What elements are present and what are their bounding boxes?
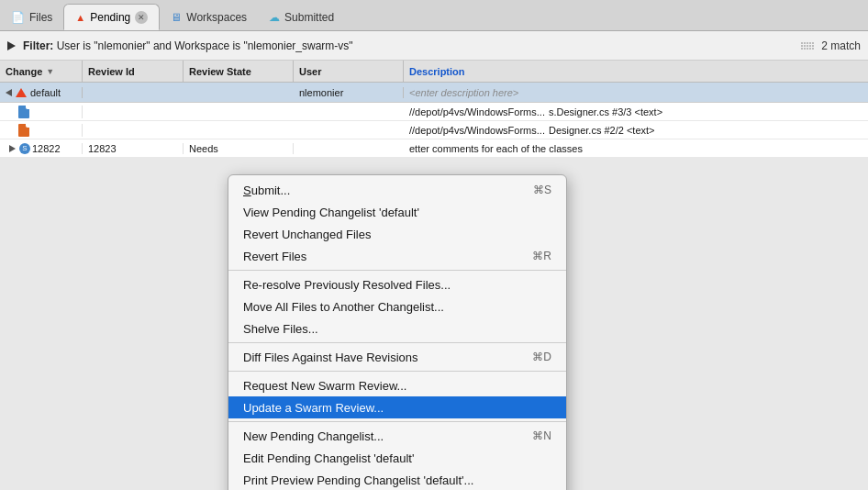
tab-pending-close[interactable]: ✕ xyxy=(135,11,148,24)
tab-workspaces-label: Workspaces xyxy=(186,11,247,24)
menu-item-re-resolve[interactable]: Re-resolve Previously Resolved Files... xyxy=(228,273,566,295)
file-row-1-path: //depot/p4vs/WindowsForms... xyxy=(409,106,545,117)
filter-toggle-button[interactable] xyxy=(7,41,16,50)
tab-pending-label: Pending xyxy=(90,11,130,24)
col-desc-label: Description xyxy=(409,66,465,77)
review-id-12823: 12823 xyxy=(88,143,117,154)
tab-submitted[interactable]: ☁ Submitted xyxy=(258,4,345,30)
menu-request-swarm-label: Request New Swarm Review... xyxy=(243,379,406,393)
submitted-icon: ☁ xyxy=(269,11,280,24)
col-header-desc[interactable]: Description xyxy=(404,61,868,82)
col-header-user[interactable]: User xyxy=(294,61,404,82)
default-label: default xyxy=(30,87,61,98)
menu-item-shelve[interactable]: Shelve Files... xyxy=(228,317,566,340)
tab-pending[interactable]: ▲ Pending ✕ xyxy=(63,4,160,30)
table-header: Change ▼ Review Id Review State User Des… xyxy=(0,61,868,83)
file-row-2-path: //depot/p4vs/WindowsForms... xyxy=(409,125,545,136)
tab-files-label: Files xyxy=(29,11,52,24)
menu-diff-label: Diff Files Against Have Revisions xyxy=(243,351,418,364)
filter-text: Filter: User is "nlemonier" and Workspac… xyxy=(23,39,794,52)
filter-query: User is "nlemonier" and Workspace is "nl… xyxy=(57,39,353,52)
menu-submit-shortcut: ⌘S xyxy=(533,184,551,196)
file-icon-2 xyxy=(18,124,29,137)
col-review-state-label: Review State xyxy=(189,66,251,77)
change-row-12822[interactable]: S 12822 12823 Needs etter comments for e… xyxy=(0,139,868,158)
col-user-label: User xyxy=(299,66,321,77)
file-row-2[interactable]: //depot/p4vs/WindowsForms... Designer.cs… xyxy=(0,121,868,139)
menu-separator-2 xyxy=(228,342,566,343)
context-menu: Submit... ⌘S View Pending Changelist 'de… xyxy=(228,174,567,490)
default-desc: <enter description here> xyxy=(409,87,518,98)
main-area: default nlemonier <enter description her… xyxy=(0,83,868,490)
workspaces-icon: 🖥 xyxy=(171,11,182,24)
menu-print-preview-label: Print Preview Pending Changelist 'defaul… xyxy=(243,473,473,487)
menu-item-submit[interactable]: Submit... ⌘S xyxy=(228,179,566,201)
files-icon: 📄 xyxy=(11,11,25,24)
file-row-1-desc: s.Designer.cs #3/3 <text> xyxy=(549,106,662,117)
menu-view-pending-label: View Pending Changelist 'default' xyxy=(243,206,419,219)
default-user: nlemonier xyxy=(299,87,343,98)
menu-new-pending-shortcut: ⌘N xyxy=(532,429,551,442)
menu-move-all-label: Move All Files to Another Changelist... xyxy=(243,300,444,314)
menu-update-swarm-label: Update a Swarm Review... xyxy=(243,401,384,415)
default-changelist-row[interactable]: default nlemonier <enter description her… xyxy=(0,83,868,103)
tab-submitted-label: Submitted xyxy=(284,11,334,24)
menu-item-print-preview[interactable]: Print Preview Pending Changelist 'defaul… xyxy=(228,469,566,490)
menu-item-revert-files[interactable]: Revert Files ⌘R xyxy=(228,245,566,267)
warning-triangle-icon xyxy=(16,88,27,97)
menu-item-revert-unchanged[interactable]: Revert Unchanged Files xyxy=(228,223,566,245)
file-row-1[interactable]: //depot/p4vs/WindowsForms... s.Designer.… xyxy=(0,103,868,121)
sort-icon: ▼ xyxy=(46,67,54,76)
review-state-12822: Needs xyxy=(189,143,218,154)
menu-item-view-pending[interactable]: View Pending Changelist 'default' xyxy=(228,201,566,223)
menu-item-request-swarm[interactable]: Request New Swarm Review... xyxy=(228,374,566,396)
menu-revert-files-shortcut: ⌘R xyxy=(532,250,551,262)
table-content: default nlemonier <enter description her… xyxy=(0,83,868,158)
col-header-review-state[interactable]: Review State xyxy=(184,61,294,82)
menu-diff-shortcut: ⌘D xyxy=(532,351,551,363)
col-change-label: Change xyxy=(6,66,42,77)
menu-item-edit-pending[interactable]: Edit Pending Changelist 'default' xyxy=(228,447,566,469)
expand-icon-12822 xyxy=(9,145,16,152)
col-header-change[interactable]: Change ▼ xyxy=(0,61,83,82)
menu-submit-label: Submit... xyxy=(243,184,290,197)
menu-item-update-swarm[interactable]: Update a Swarm Review... xyxy=(228,396,566,418)
menu-item-new-pending[interactable]: New Pending Changelist... ⌘N xyxy=(228,425,566,447)
menu-revert-files-label: Revert Files xyxy=(243,250,306,263)
menu-item-diff-against[interactable]: Diff Files Against Have Revisions ⌘D xyxy=(228,346,566,368)
tab-workspaces[interactable]: 🖥 Workspaces xyxy=(160,4,258,30)
change-num-12822: 12822 xyxy=(32,143,61,154)
col-review-id-label: Review Id xyxy=(88,66,135,77)
menu-separator-4 xyxy=(228,421,566,422)
app-container: 📄 Files ▲ Pending ✕ 🖥 Workspaces ☁ Submi… xyxy=(0,0,868,490)
menu-re-resolve-label: Re-resolve Previously Resolved Files... xyxy=(243,278,451,292)
tab-files[interactable]: 📄 Files xyxy=(0,4,63,30)
tab-bar: 📄 Files ▲ Pending ✕ 🖥 Workspaces ☁ Submi… xyxy=(0,0,868,31)
file-row-2-desc: Designer.cs #2/2 <text> xyxy=(549,125,655,136)
filter-bar: Filter: User is "nlemonier" and Workspac… xyxy=(0,31,868,61)
col-header-review-id[interactable]: Review Id xyxy=(83,61,184,82)
menu-revert-unchanged-label: Revert Unchanged Files xyxy=(243,228,371,241)
match-count: 2 match xyxy=(821,39,861,52)
menu-new-pending-label: New Pending Changelist... xyxy=(243,429,384,443)
file-icon-1 xyxy=(18,106,29,118)
expand-arrow-icon xyxy=(6,89,12,96)
swarm-icon: S xyxy=(19,143,30,154)
resize-handle[interactable] xyxy=(801,42,814,50)
filter-label: Filter: xyxy=(23,39,53,52)
menu-edit-pending-label: Edit Pending Changelist 'default' xyxy=(243,451,414,465)
menu-separator-1 xyxy=(228,270,566,271)
menu-shelve-label: Shelve Files... xyxy=(243,322,318,336)
menu-item-move-all[interactable]: Move All Files to Another Changelist... xyxy=(228,295,566,317)
change-desc-12822: etter comments for each of the classes xyxy=(409,143,583,154)
menu-separator-3 xyxy=(228,371,566,372)
pending-icon: ▲ xyxy=(75,12,85,23)
